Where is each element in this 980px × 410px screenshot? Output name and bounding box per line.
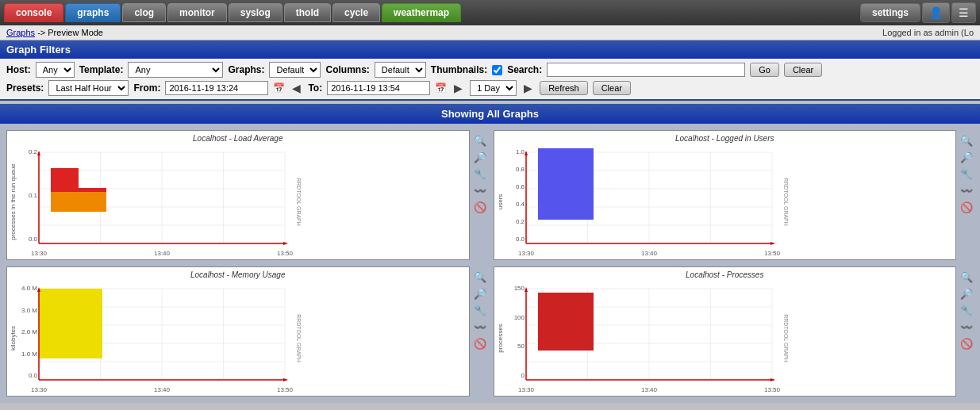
svg-text:0.0: 0.0 <box>29 236 38 243</box>
svg-text:kilobytes: kilobytes <box>10 326 17 351</box>
go-button[interactable]: Go <box>750 63 779 77</box>
svg-text:13:40: 13:40 <box>154 386 171 393</box>
top-nav: console graphs clog monitor syslog thold… <box>0 0 980 25</box>
graph-title-3: Localhost - Processes <box>494 267 956 281</box>
nav-tab-cycle[interactable]: cycle <box>332 3 380 22</box>
zoom-in-icon-2[interactable]: 🔎 <box>473 286 487 301</box>
svg-rect-65 <box>39 289 102 358</box>
clear-button-1[interactable]: Clear <box>784 63 822 77</box>
stop-icon-2[interactable]: 🚫 <box>473 336 487 351</box>
wave-icon-2[interactable]: 〰️ <box>473 320 487 334</box>
svg-text:13:40: 13:40 <box>640 386 657 393</box>
svg-text:13:50: 13:50 <box>763 386 780 393</box>
user-icon-button[interactable]: 👤 <box>922 2 950 23</box>
nav-tab-console[interactable]: console <box>4 3 63 22</box>
nav-tab-clog[interactable]: clog <box>122 3 166 22</box>
graph-card-0: Localhost - Load Average processes in th… <box>6 130 487 260</box>
svg-text:13:30: 13:30 <box>31 386 48 393</box>
thumbnails-checkbox[interactable] <box>492 65 502 75</box>
logged-in-label: Logged in as admin (Lo <box>882 28 974 37</box>
svg-text:13:50: 13:50 <box>763 250 780 257</box>
svg-text:4.0 M: 4.0 M <box>21 285 37 292</box>
nav-tab-syslog[interactable]: syslog <box>229 3 282 22</box>
host-select[interactable]: Any <box>36 62 75 78</box>
presets-select[interactable]: Last Half Hour <box>48 80 129 96</box>
wave-icon-0[interactable]: 〰️ <box>473 183 487 197</box>
left-arrow-icon[interactable]: ◀ <box>290 82 303 94</box>
stop-icon-0[interactable]: 🚫 <box>473 200 487 214</box>
svg-marker-69 <box>283 378 288 381</box>
clear-button-2[interactable]: Clear <box>593 81 631 95</box>
presets-label: Presets: <box>6 82 44 94</box>
zoom-in-icon-1[interactable]: 🔎 <box>959 150 974 164</box>
graph-box-3: Localhost - Processes processes 15010050… <box>494 266 957 397</box>
svg-text:1.0 M: 1.0 M <box>21 351 37 358</box>
nav-tab-thold[interactable]: thold <box>284 3 331 22</box>
svg-text:0.8: 0.8 <box>515 166 525 173</box>
columns-label: Columns: <box>325 64 369 75</box>
refresh-button[interactable]: Refresh <box>540 81 588 95</box>
nav-tab-graphs[interactable]: graphs <box>65 3 121 22</box>
svg-text:processes: processes <box>497 324 504 352</box>
zoom-icon-0[interactable]: 🔍 <box>473 133 487 148</box>
svg-text:RRDTOOL GRAPH: RRDTOOL GRAPH <box>296 314 301 362</box>
graph-card-3: Localhost - Processes processes 15010050… <box>494 266 974 397</box>
wrench-icon-0[interactable]: 🔧 <box>473 167 487 181</box>
svg-text:0.0: 0.0 <box>29 372 38 379</box>
breadcrumb-bar: Graphs -> Preview Mode Logged in as admi… <box>0 25 980 40</box>
nav-tab-monitor[interactable]: monitor <box>167 3 227 22</box>
range-select[interactable]: 1 Day <box>470 80 517 96</box>
columns-select[interactable]: Default <box>375 62 426 78</box>
thumbnails-label: Thumbnails: <box>431 64 487 75</box>
wrench-icon-2[interactable]: 🔧 <box>473 303 487 317</box>
wrench-icon-1[interactable]: 🔧 <box>959 167 974 181</box>
to-label: To: <box>308 82 322 94</box>
graphs-select[interactable]: Default <box>269 62 321 78</box>
from-calendar-icon[interactable]: 📅 <box>273 82 285 94</box>
wrench-icon-3[interactable]: 🔧 <box>959 303 974 317</box>
from-label: From: <box>133 82 160 94</box>
wave-icon-3[interactable]: 〰️ <box>959 320 974 334</box>
svg-text:13:40: 13:40 <box>154 250 171 257</box>
graph-svg-1[interactable]: users 1.00.80.60.40.20.0 13:3013:4013:50… <box>494 144 788 259</box>
from-input[interactable] <box>165 81 268 95</box>
zoom-in-icon-0[interactable]: 🔎 <box>473 150 487 164</box>
filters-body: Host: Any Template: Any Graphs: Default … <box>0 59 980 101</box>
filters-header: Graph Filters <box>0 40 980 59</box>
graph-svg-3[interactable]: processes 150100500 13:3013:4013:50 RRDT… <box>494 281 788 396</box>
zoom-icon-2[interactable]: 🔍 <box>473 270 487 284</box>
settings-button[interactable]: settings <box>860 3 920 22</box>
stop-icon-3[interactable]: 🚫 <box>959 336 974 351</box>
graph-filters-section: Graph Filters Host: Any Template: Any Gr… <box>0 40 980 101</box>
search-label: Search: <box>507 64 542 75</box>
filter-row-1: Host: Any Template: Any Graphs: Default … <box>6 62 974 78</box>
stop-icon-1[interactable]: 🚫 <box>959 200 974 214</box>
graph-svg-0[interactable]: processes in the run queue 0.20.10.0 13:… <box>7 144 301 259</box>
svg-text:RRDTOOL GRAPH: RRDTOOL GRAPH <box>783 178 788 226</box>
to-calendar-icon[interactable]: 📅 <box>435 82 447 94</box>
svg-text:100: 100 <box>513 314 525 321</box>
menu-icon-button[interactable]: ☰ <box>951 2 976 23</box>
svg-rect-91 <box>538 293 594 351</box>
svg-text:0.0: 0.0 <box>515 236 525 243</box>
svg-rect-13 <box>51 192 106 212</box>
graph-svg-2[interactable]: kilobytes 4.0 M3.0 M2.0 M1.0 M0.0 13:301… <box>7 281 301 396</box>
right-arrow-icon[interactable]: ▶ <box>452 82 465 94</box>
graph-title-1: Localhost - Logged in Users <box>494 131 956 144</box>
to-input[interactable] <box>327 81 430 95</box>
search-input[interactable] <box>547 63 745 77</box>
nav-right: settings 👤 ☰ <box>860 2 976 23</box>
range-right-arrow[interactable]: ▶ <box>521 82 535 94</box>
graphs-label: Graphs: <box>228 64 264 75</box>
template-select[interactable]: Any <box>128 62 223 78</box>
nav-tab-weathermap[interactable]: weathermap <box>382 3 461 22</box>
breadcrumb-link[interactable]: Graphs <box>6 28 35 37</box>
svg-marker-42 <box>771 242 775 245</box>
zoom-icon-3[interactable]: 🔍 <box>959 270 974 284</box>
zoom-in-icon-3[interactable]: 🔎 <box>959 286 974 301</box>
wave-icon-1[interactable]: 〰️ <box>959 183 974 197</box>
zoom-icon-1[interactable]: 🔍 <box>959 133 974 148</box>
graph-actions-2: 🔍🔎🔧〰️🚫 <box>473 266 487 351</box>
svg-text:13:50: 13:50 <box>277 386 294 393</box>
svg-text:50: 50 <box>517 343 525 350</box>
